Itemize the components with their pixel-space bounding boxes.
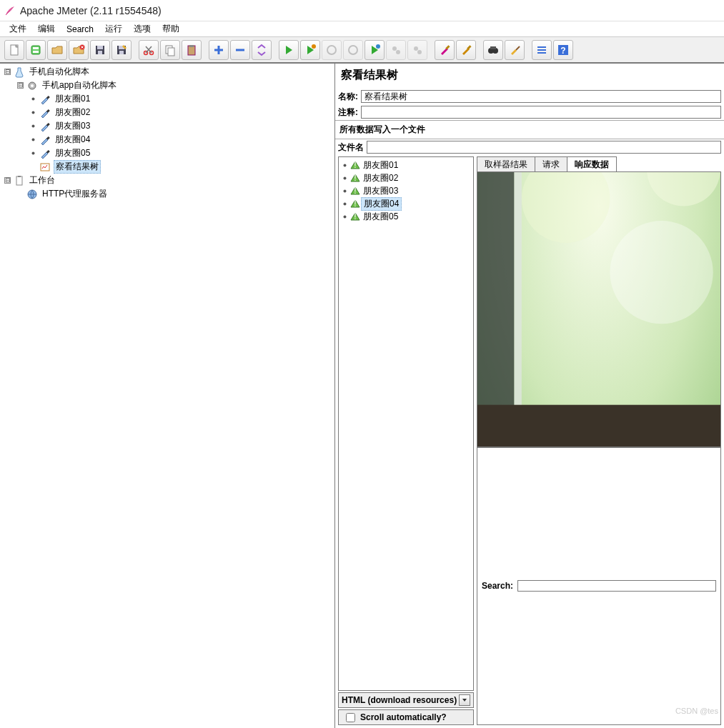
tree-node-label: 察看结果树 xyxy=(54,160,101,174)
tree-node-label: HTTP代理服务器 xyxy=(41,188,109,200)
svg-point-46 xyxy=(32,152,35,155)
open-icon[interactable] xyxy=(47,40,67,60)
tree-node[interactable]: ⊟手机app自动化脚本 xyxy=(0,79,334,92)
menu-help[interactable]: 帮助 xyxy=(157,21,184,36)
results-panel: 察看结果树 名称: 注释: 所有数据写入一个文件 文件名 !朋友圈01!朋友圈0… xyxy=(335,64,724,728)
svg-text:?: ? xyxy=(560,46,565,56)
clear-icon[interactable] xyxy=(435,40,455,60)
paste-icon[interactable] xyxy=(182,40,202,60)
start-icon[interactable] xyxy=(279,40,299,60)
tree-node[interactable]: ⊟工作台 xyxy=(0,174,334,187)
svg-point-54 xyxy=(344,176,347,179)
start-no-pause-icon[interactable] xyxy=(365,40,385,60)
expand-icon[interactable] xyxy=(209,40,229,60)
result-item-label: 朋友圈03 xyxy=(361,185,400,197)
response-image xyxy=(477,172,720,447)
tab-2[interactable]: 响应数据 xyxy=(567,156,617,171)
scroll-checkbox[interactable] xyxy=(346,713,355,722)
tree-node[interactable]: 朋友圈05 xyxy=(0,146,334,160)
svg-point-24 xyxy=(417,50,422,54)
tree-node[interactable]: 朋友圈04 xyxy=(0,133,334,146)
menu-search[interactable]: Search xyxy=(61,23,99,36)
templates-icon[interactable] xyxy=(26,40,46,60)
name-label: 名称: xyxy=(338,91,358,103)
svg-point-44 xyxy=(32,139,35,141)
tree-node-label: 朋友圈02 xyxy=(54,106,91,119)
result-item[interactable]: !朋友圈03 xyxy=(339,184,473,197)
result-item[interactable]: !朋友圈01 xyxy=(339,159,473,171)
warning-icon: ! xyxy=(349,198,361,209)
cut-icon[interactable] xyxy=(139,40,159,60)
tree-node-label: 朋友圈03 xyxy=(54,120,91,132)
menu-edit[interactable]: 编辑 xyxy=(33,21,60,36)
render-dropdown-label: HTML (download resources) xyxy=(342,695,457,705)
svg-text:!: ! xyxy=(354,199,356,209)
close-icon[interactable] xyxy=(69,40,89,60)
svg-rect-2 xyxy=(33,47,39,49)
flask-icon xyxy=(14,66,25,78)
result-item-label: 朋友圈04 xyxy=(361,197,402,211)
menu-options[interactable]: 选项 xyxy=(129,21,156,36)
app-icon xyxy=(4,5,16,16)
tree-node-label: 朋友圈04 xyxy=(54,134,91,146)
menu-run[interactable]: 运行 xyxy=(100,21,127,36)
tree-node-label: 手机自动化脚本 xyxy=(28,66,91,78)
clear-all-icon[interactable] xyxy=(456,40,476,60)
search-label: Search: xyxy=(482,581,513,591)
collapse-icon[interactable] xyxy=(230,40,250,60)
svg-text:!: ! xyxy=(354,173,356,183)
filename-input[interactable] xyxy=(367,141,721,154)
render-dropdown[interactable]: HTML (download resources) xyxy=(338,692,474,708)
help-icon[interactable]: ? xyxy=(553,40,573,60)
tree-node[interactable]: ⊟手机自动化脚本 xyxy=(0,65,334,79)
panel-title: 察看结果树 xyxy=(335,64,724,89)
svg-point-19 xyxy=(349,46,357,54)
save-as-icon[interactable] xyxy=(111,40,132,60)
svg-rect-14 xyxy=(168,48,174,56)
filename-label: 文件名 xyxy=(338,141,364,154)
tree-node[interactable]: 朋友圈03 xyxy=(0,119,334,133)
svg-point-58 xyxy=(344,202,347,205)
scroll-checkbox-label: Scroll automatically? xyxy=(360,712,447,722)
clipboard-icon xyxy=(14,175,25,186)
warning-icon: ! xyxy=(349,159,361,171)
search-input[interactable] xyxy=(517,580,716,592)
tab-1[interactable]: 请求 xyxy=(535,156,567,171)
tree-node[interactable]: HTTP代理服务器 xyxy=(0,187,334,201)
dropper-icon xyxy=(39,134,51,146)
comment-input[interactable] xyxy=(361,106,721,119)
svg-point-18 xyxy=(327,46,336,54)
menu-file[interactable]: 文件 xyxy=(4,21,31,36)
svg-rect-3 xyxy=(33,51,39,53)
copy-icon[interactable] xyxy=(160,40,180,60)
toggle-icon[interactable] xyxy=(252,40,272,60)
tree-node[interactable]: 朋友圈02 xyxy=(0,106,334,119)
svg-point-21 xyxy=(392,46,397,51)
svg-point-40 xyxy=(32,111,35,114)
search-icon[interactable] xyxy=(483,40,503,60)
tree-node[interactable]: 朋友圈01 xyxy=(0,92,334,106)
tree-node[interactable]: 察看结果树 xyxy=(0,160,334,174)
name-input[interactable] xyxy=(361,90,721,103)
result-item[interactable]: !朋友圈05 xyxy=(339,210,473,223)
chevron-down-icon[interactable] xyxy=(459,694,470,706)
result-item[interactable]: !朋友圈02 xyxy=(339,171,473,184)
menubar: 文件 编辑 Search 运行 选项 帮助 xyxy=(0,21,724,37)
test-plan-tree[interactable]: ⊟手机自动化脚本⊟手机app自动化脚本朋友圈01朋友圈02朋友圈03朋友圈04朋… xyxy=(0,64,335,728)
reset-search-icon[interactable] xyxy=(505,40,525,60)
svg-rect-48 xyxy=(41,164,49,171)
result-item[interactable]: !朋友圈04 xyxy=(339,197,473,210)
scroll-checkbox-row[interactable]: Scroll automatically? xyxy=(338,709,474,725)
start-remote-icon[interactable] xyxy=(300,40,320,60)
function-helper-icon[interactable] xyxy=(532,40,552,60)
tab-0[interactable]: 取样器结果 xyxy=(477,156,535,171)
results-tree[interactable]: !朋友圈01!朋友圈02!朋友圈03!朋友圈04!朋友圈05 xyxy=(338,156,474,691)
svg-rect-16 xyxy=(189,45,194,47)
dropper-icon xyxy=(39,107,51,119)
svg-point-22 xyxy=(396,50,400,54)
tree-node-label: 朋友圈05 xyxy=(54,147,91,159)
save-icon[interactable] xyxy=(90,40,110,60)
window-title: Apache JMeter (2.11 r1554548) xyxy=(20,5,162,16)
svg-rect-49 xyxy=(16,176,22,185)
new-icon[interactable] xyxy=(4,40,24,60)
